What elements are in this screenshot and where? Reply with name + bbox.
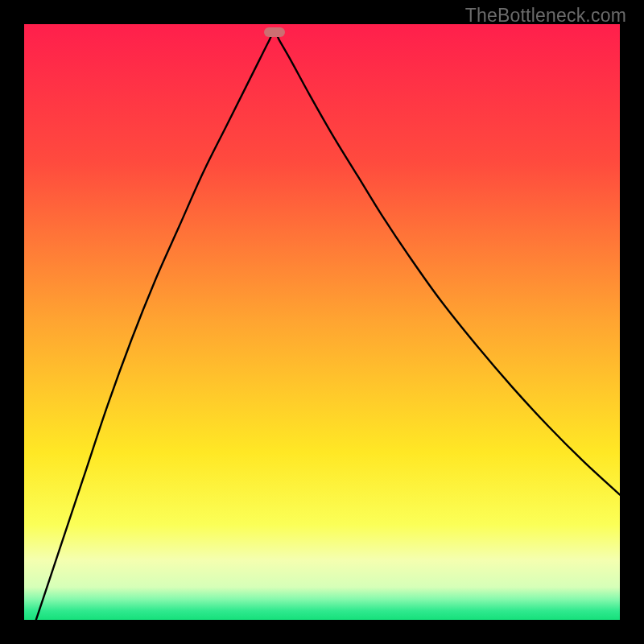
chart-stage: TheBottleneck.com — [0, 0, 644, 644]
bottleneck-curve — [24, 24, 620, 620]
watermark-text: TheBottleneck.com — [465, 5, 626, 27]
plot-area — [24, 24, 620, 620]
optimum-marker — [264, 27, 285, 37]
